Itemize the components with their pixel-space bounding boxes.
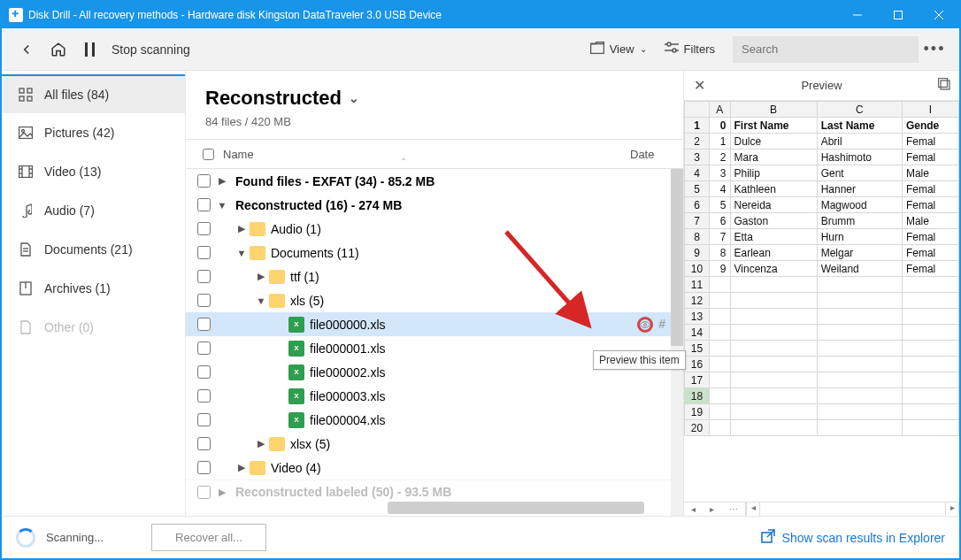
row-checkbox[interactable]	[193, 341, 214, 355]
sheet-row[interactable]: 18	[685, 388, 959, 404]
tree-row[interactable]: Xfile000004.xls	[186, 408, 683, 432]
category-heading[interactable]: Reconstructed ⌄	[205, 87, 664, 110]
sheet-row[interactable]: 21DulceAbrilFemal	[685, 134, 959, 150]
tree-row[interactable]: ▼Reconstructed (16) - 274 MB	[186, 193, 683, 217]
row-header[interactable]: 19	[685, 404, 710, 420]
sheet-row[interactable]: 65NereidaMagwoodFemal	[685, 197, 959, 213]
row-checkbox[interactable]	[193, 413, 214, 426]
scroll-right-icon[interactable]: ▸	[945, 502, 959, 516]
back-button[interactable]	[11, 34, 42, 65]
sheet-hscroll[interactable]: ◂▸⋯ ◂ ▸	[684, 502, 959, 516]
sheet-pager[interactable]: ◂▸⋯	[684, 502, 746, 516]
row-checkbox[interactable]	[193, 198, 214, 211]
row-header[interactable]: 18	[685, 388, 710, 404]
sheet-row[interactable]: 76GastonBrummMale	[685, 213, 959, 229]
sheet-col-header[interactable]: I	[902, 102, 958, 118]
tree-row[interactable]: ▶Found files - EXFAT (34) - 85.2 MB	[186, 169, 683, 193]
sidebar-item-other[interactable]: Other (0)	[2, 308, 185, 347]
tree-row[interactable]: ▼Documents (11)	[186, 241, 683, 265]
row-checkbox[interactable]	[193, 174, 214, 188]
sheet-row[interactable]: 12	[685, 293, 959, 309]
sheet-row[interactable]: 14	[685, 325, 959, 341]
sheet-row[interactable]: 16	[685, 357, 959, 372]
row-checkbox[interactable]	[193, 222, 214, 235]
preview-item-button[interactable]	[637, 317, 653, 333]
more-menu-button[interactable]: •••	[919, 40, 950, 58]
row-header[interactable]: 3	[685, 150, 710, 165]
sidebar-item-archives[interactable]: Archives (1)	[2, 269, 185, 308]
row-checkbox[interactable]	[193, 389, 214, 403]
row-header[interactable]: 11	[685, 277, 710, 293]
expand-toggle[interactable]: ▶	[234, 462, 250, 473]
sidebar-item-audio[interactable]: Audio (7)	[2, 191, 185, 230]
sheet-row[interactable]: 43PhilipGentMale	[685, 165, 959, 181]
pause-button[interactable]	[74, 34, 106, 65]
sidebar-item-pictures[interactable]: Pictures (42)	[2, 113, 185, 152]
row-header[interactable]: 9	[685, 245, 710, 261]
scroll-left-icon[interactable]: ◂	[746, 502, 760, 516]
tree-row[interactable]: ▶Audio (1)	[186, 217, 683, 241]
minimize-button[interactable]	[837, 2, 878, 28]
expand-toggle[interactable]: ▶	[234, 223, 250, 234]
maximize-button[interactable]	[878, 2, 919, 28]
row-checkbox[interactable]	[193, 294, 214, 307]
tree-row[interactable]: ▼xls (5)	[186, 288, 683, 312]
row-header[interactable]: 13	[685, 309, 710, 325]
row-checkbox[interactable]	[193, 246, 214, 259]
horizontal-scrollbar[interactable]	[388, 502, 644, 514]
sidebar-item-documents[interactable]: Documents (21)	[2, 230, 185, 269]
tree-row[interactable]: ▶ttf (1)	[186, 265, 683, 288]
sheet-row[interactable]: 32MaraHashimotoFemal	[685, 150, 959, 165]
popout-icon[interactable]	[929, 78, 959, 94]
sheet-row[interactable]: 11	[685, 277, 959, 293]
sheet-row[interactable]: 17	[685, 372, 959, 388]
row-header[interactable]: 20	[685, 420, 710, 436]
row-checkbox[interactable]	[193, 437, 214, 450]
sheet-col-header[interactable]: A	[710, 102, 731, 118]
tree-row[interactable]: ▶xlsx (5)	[186, 432, 683, 456]
search-input[interactable]	[733, 36, 919, 63]
expand-toggle[interactable]: ▼	[214, 200, 230, 211]
sheet-row[interactable]: 19	[685, 404, 959, 420]
expand-toggle[interactable]: ▼	[234, 248, 250, 258]
close-button[interactable]	[919, 2, 959, 28]
row-header[interactable]: 10	[685, 261, 710, 277]
sheet-row[interactable]: 20	[685, 420, 959, 436]
sheet-col-header[interactable]	[685, 102, 710, 118]
tree-row[interactable]: Xfile000000.xls#	[186, 312, 683, 336]
recover-all-button[interactable]: Recover all...	[151, 524, 266, 551]
row-header[interactable]: 12	[685, 293, 710, 309]
sheet-row[interactable]: 13	[685, 309, 959, 325]
tree-row[interactable]: ▶Video (4)	[186, 456, 683, 479]
sheet-col-header[interactable]: B	[730, 102, 817, 118]
vertical-scrollbar[interactable]	[671, 169, 683, 516]
sheet-row[interactable]: 109VincenzaWeilandFemal	[685, 261, 959, 277]
expand-toggle[interactable]: ▼	[253, 295, 269, 306]
row-checkbox[interactable]	[193, 486, 214, 499]
select-all-checkbox[interactable]	[193, 149, 223, 160]
sheet-row[interactable]: 10First NameLast NameGende	[685, 118, 959, 134]
expand-toggle[interactable]: ▶	[214, 175, 230, 187]
view-dropdown[interactable]: View ⌄	[581, 38, 656, 60]
row-header[interactable]: 5	[685, 181, 710, 197]
row-header[interactable]: 8	[685, 229, 710, 245]
row-header[interactable]: 16	[685, 357, 710, 372]
file-tree[interactable]: ▶Found files - EXFAT (34) - 85.2 MB▼Reco…	[186, 169, 683, 516]
row-header[interactable]: 6	[685, 197, 710, 213]
tree-row[interactable]: Xfile000003.xls	[186, 384, 683, 408]
row-header[interactable]: 7	[685, 213, 710, 229]
row-checkbox[interactable]	[193, 270, 214, 283]
row-checkbox[interactable]	[193, 318, 214, 331]
row-header[interactable]: 17	[685, 372, 710, 388]
expand-toggle[interactable]: ▶	[214, 487, 230, 498]
row-header[interactable]: 14	[685, 325, 710, 341]
spreadsheet-preview[interactable]: ABCI10First NameLast NameGende21DulceAbr…	[684, 101, 959, 502]
sidebar-item-video[interactable]: Video (13)	[2, 152, 185, 191]
row-checkbox[interactable]	[193, 365, 214, 379]
stop-scanning-label[interactable]: Stop scanning	[111, 42, 190, 57]
tree-row[interactable]: ▶Reconstructed labeled (50) - 93.5 MB	[186, 479, 683, 503]
sheet-row[interactable]: 54KathleenHannerFemal	[685, 181, 959, 197]
row-header[interactable]: 15	[685, 341, 710, 357]
sheet-row[interactable]: 98EarleanMelgarFemal	[685, 245, 959, 261]
sheet-row[interactable]: 87EttaHurnFemal	[685, 229, 959, 245]
